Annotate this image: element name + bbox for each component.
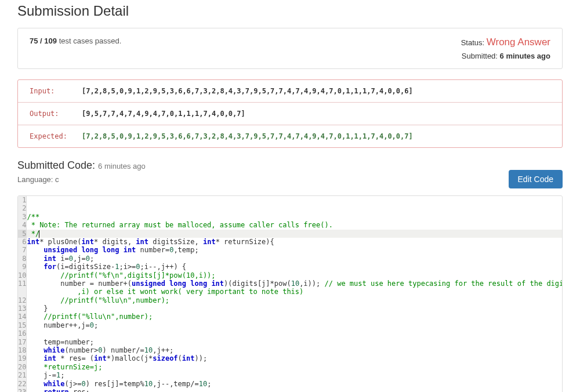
line-number: 23 <box>18 388 27 392</box>
error-panel: Input: [7,2,8,5,0,9,1,2,9,5,3,6,6,7,3,2,… <box>17 79 563 148</box>
line-number: 4 <box>18 221 27 229</box>
line-content: //printf("%llu\n",number); <box>27 313 563 321</box>
line-number: 3 <box>18 213 27 221</box>
summary-right: Status: Wrong Answer Submitted: 6 minute… <box>461 37 550 60</box>
submitted-code-title: Submitted Code: 6 minutes ago <box>17 159 146 172</box>
line-content: ,i) or else it wont work( very important… <box>27 288 563 296</box>
line-content: while(j>=0) res[j]=temp%10,j--,temp/=10; <box>27 380 563 388</box>
code-line: 3/** <box>18 213 563 221</box>
code-line: 17 temp=number; <box>18 338 563 346</box>
line-number: 11 <box>18 280 27 288</box>
line-number: 15 <box>18 321 27 329</box>
line-number: 19 <box>18 354 27 362</box>
expected-row: Expected: [7,2,8,5,0,9,1,2,9,5,3,6,6,7,3… <box>18 125 562 147</box>
code-line: 16 <box>18 329 563 337</box>
line-number: 14 <box>18 313 27 321</box>
code-line: 20 *returnSize=j; <box>18 363 563 371</box>
code-line: 12 //printf("%llu\n",number); <box>18 296 563 304</box>
line-content: //printf("%llu\n",number); <box>27 296 563 304</box>
line-number: 17 <box>18 338 27 346</box>
line-content: */ <box>27 230 563 238</box>
line-content: *returnSize=j; <box>27 363 563 371</box>
line-content <box>27 204 563 212</box>
line-number: 5 <box>18 230 27 238</box>
line-content: * Note: The returned array must be mallo… <box>27 221 563 229</box>
line-content <box>27 329 563 337</box>
page-title: Submission Detail <box>17 3 563 19</box>
line-number: 1 <box>18 196 27 204</box>
line-content: while(number>0) number/=10,j++; <box>27 346 563 354</box>
code-line: 11 number = number+(unsigned long long i… <box>18 280 563 288</box>
code-line: 4 * Note: The returned array must be mal… <box>18 221 563 229</box>
line-content: //printf("%f\n",digits[j]*pow(10,i)); <box>27 271 563 280</box>
line-number: 7 <box>18 246 27 254</box>
code-line: 1 <box>18 196 563 204</box>
code-line: 14 //printf("%llu\n",number); <box>18 313 563 321</box>
line-content: return res; <box>27 388 563 392</box>
input-row: Input: [7,2,8,5,0,9,1,2,9,5,3,6,6,7,3,2,… <box>18 80 562 103</box>
line-number: 22 <box>18 380 27 388</box>
code-line: 18 while(number>0) number/=10,j++; <box>18 346 563 354</box>
code-line: 23 return res; <box>18 388 563 392</box>
line-number: 2 <box>18 204 27 212</box>
line-content: int* plusOne(int* digits, int digitsSize… <box>27 238 563 246</box>
line-number: 21 <box>18 371 27 379</box>
output-row: Output: [9,5,7,7,4,7,4,9,4,7,0,1,1,1,7,4… <box>18 103 562 125</box>
code-editor[interactable]: 123/**4 * Note: The returned array must … <box>17 195 563 392</box>
test-cases-passed: 75 / 109 test cases passed. <box>30 37 121 45</box>
line-number: 10 <box>18 271 27 280</box>
code-line: 15 number++,j=0; <box>18 321 563 329</box>
line-content: for(i=digitsSize-1;i>=0;i--,j++) { <box>27 263 563 271</box>
code-line: 9 for(i=digitsSize-1;i>=0;i--,j++) { <box>18 263 563 271</box>
line-number: 8 <box>18 255 27 263</box>
line-number: 6 <box>18 238 27 246</box>
line-number: 16 <box>18 329 27 337</box>
summary-panel: 75 / 109 test cases passed. Status: Wron… <box>17 28 563 69</box>
code-line: 19 int * res= (int*)malloc(j*sizeof(int)… <box>18 354 563 362</box>
edit-code-button[interactable]: Edit Code <box>509 170 563 188</box>
line-content: int i=0,j=0; <box>27 255 563 263</box>
code-line: 2 <box>18 204 563 212</box>
code-line: 21 j-=1; <box>18 371 563 379</box>
line-content: j-=1; <box>27 371 563 379</box>
line-number: 12 <box>18 296 27 304</box>
code-line: 8 int i=0,j=0; <box>18 255 563 263</box>
line-number: 20 <box>18 363 27 371</box>
language-line: Language: c <box>17 175 146 184</box>
line-number <box>18 288 27 296</box>
line-content: number++,j=0; <box>27 321 563 329</box>
submitted-time: 6 minutes ago <box>500 52 550 60</box>
code-line: 22 while(j>=0) res[j]=temp%10,j--,temp/=… <box>18 380 563 388</box>
code-line: 13 } <box>18 304 563 313</box>
line-content: unsigned long long int number=0,temp; <box>27 246 563 254</box>
code-line: 10 //printf("%f\n",digits[j]*pow(10,i)); <box>18 271 563 280</box>
line-content: } <box>27 304 563 313</box>
code-line: ,i) or else it wont work( very important… <box>18 288 563 296</box>
status-value: Wrong Answer <box>487 37 550 48</box>
line-content: number = number+(unsigned long long int)… <box>27 280 563 288</box>
code-line: 6int* plusOne(int* digits, int digitsSiz… <box>18 238 563 246</box>
line-number: 13 <box>18 304 27 313</box>
code-line: 5 */ <box>18 230 563 238</box>
line-content: temp=number; <box>27 338 563 346</box>
line-content: /** <box>27 213 563 221</box>
line-number: 18 <box>18 346 27 354</box>
line-content: int * res= (int*)malloc(j*sizeof(int)); <box>27 354 563 362</box>
line-number: 9 <box>18 263 27 271</box>
code-line: 7 unsigned long long int number=0,temp; <box>18 246 563 254</box>
line-content <box>27 196 563 204</box>
